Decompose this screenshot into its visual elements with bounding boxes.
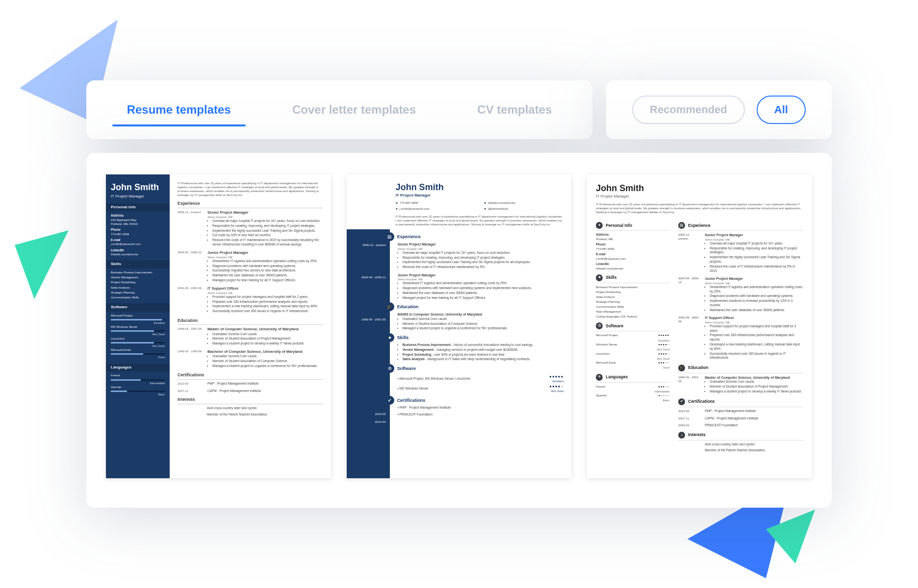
filter-recommended[interactable]: Recommended [632, 96, 745, 124]
resume-name: John Smith [596, 182, 803, 194]
skills-icon: ★ [596, 274, 603, 281]
resume-role: IT Project Manager [396, 193, 564, 198]
svg-marker-1 [15, 230, 69, 299]
resume-role: IT Project Manager [596, 194, 803, 199]
contact-row: 774-987-4009 linkedin.com/johnutw j.smit… [396, 200, 564, 211]
resume-template-card[interactable]: John Smith IT Project Manager IT Profess… [587, 174, 812, 478]
template-filter-pills: Recommended All [606, 80, 832, 139]
education-icon: 🎓 [678, 365, 685, 371]
resume-summary: IT Professional with over 10 years of ex… [178, 181, 323, 197]
certifications-icon: ✔ [678, 398, 685, 405]
education-icon: 🎓 [385, 302, 394, 311]
template-type-tabs: Resume templates Cover letter templates … [86, 80, 592, 139]
decor-triangle-left [15, 230, 74, 304]
filter-all[interactable]: All [757, 96, 806, 124]
section-languages: Languages [106, 364, 170, 372]
personal info-icon: ✦ [596, 222, 603, 229]
tab-cover-letter-templates[interactable]: Cover letter templates [287, 84, 421, 135]
experience-icon: ▤ [385, 232, 394, 241]
svg-marker-3 [766, 510, 815, 564]
interests-icon: ♪ [678, 432, 685, 439]
resume-template-card[interactable]: John Smith IT Project Manager Personal I… [106, 174, 331, 478]
resume-summary: IT Professional with over 10 years of ex… [347, 215, 572, 229]
skills-icon: ★ [385, 333, 394, 342]
software-icon: ⚙ [385, 364, 394, 373]
experience-icon: ▤ [678, 222, 685, 229]
decor-triangle-bottom-right-small [766, 510, 820, 568]
tab-cv-templates[interactable]: CV templates [472, 84, 557, 135]
section-skills: Skills [106, 260, 170, 269]
certifications-icon: ✔ [385, 396, 394, 405]
resume-name: John Smith [396, 181, 564, 193]
section-software: Software [106, 303, 170, 312]
tab-resume-templates[interactable]: Resume templates [122, 84, 236, 135]
software-icon: ⚙ [596, 322, 603, 329]
section-personal-info: Personal Info [106, 203, 170, 212]
resume-summary: IT Professional with over 10 years of ex… [596, 202, 803, 214]
resume-role: IT Project Manager [111, 194, 165, 199]
resume-template-card[interactable]: John Smith IT Project Manager 774-987-40… [347, 174, 572, 478]
template-gallery: John Smith IT Project Manager Personal I… [86, 153, 832, 508]
resume-name: John Smith [111, 181, 165, 193]
languages-icon: ✈ [596, 374, 603, 381]
